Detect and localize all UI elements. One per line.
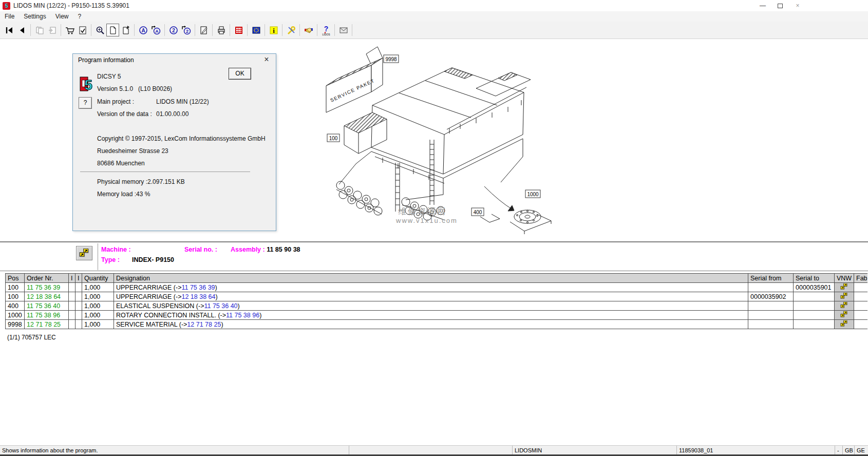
minimize-button[interactable]: — (754, 1, 771, 11)
service-paket-box: SERVICE PAKET (326, 47, 383, 112)
lidos-help-icon[interactable]: ?LIDOS (319, 24, 332, 36)
address-line1: Ruedesheimer Strasse 23 (97, 147, 168, 155)
info-icon[interactable]: i (267, 24, 280, 36)
svg-text:i: i (273, 27, 275, 34)
toolbar-separator (352, 24, 352, 36)
page-current-icon[interactable] (106, 24, 119, 36)
eu-flag-icon[interactable] (250, 24, 262, 36)
circle-2-back-icon[interactable]: 2 (180, 24, 193, 36)
col-order-nr[interactable]: Order Nr. (25, 274, 69, 283)
menu-file[interactable]: File (0, 12, 19, 21)
circle-2-icon[interactable]: 2 (167, 24, 180, 36)
dialog-title-bar[interactable]: Program information × (73, 54, 276, 67)
paste-disabled-icon[interactable] (46, 24, 59, 36)
assembly-label: Assembly : (231, 246, 265, 253)
col-pos[interactable]: Pos (6, 274, 25, 283)
rotary-connection (480, 210, 551, 234)
callout-100: 100 (329, 136, 338, 141)
pos-cell: 1000 (6, 311, 25, 320)
vnw-cell[interactable] (835, 283, 854, 292)
zoom-icon[interactable] (93, 24, 106, 36)
col-serial-to[interactable]: Serial to (794, 274, 835, 283)
toolbar-separator (282, 24, 282, 36)
fabn-cell (854, 301, 868, 311)
designation-close: ) (215, 284, 217, 291)
callout-400: 400 (474, 210, 482, 215)
order-cell[interactable]: 12 71 78 25 (25, 320, 69, 329)
table-row[interactable]: 400 11 75 36 40 1,000 ELASTICAL SUSPENSI… (6, 301, 868, 311)
circle-a-back-icon[interactable]: A (149, 24, 162, 36)
svg-text:A: A (141, 28, 145, 33)
order-cell[interactable]: 11 75 38 96 (25, 311, 69, 320)
red-grid-icon[interactable] (232, 24, 245, 36)
handshake-icon[interactable] (302, 24, 315, 36)
toolbar-separator (212, 24, 213, 36)
machine-bar-divider (98, 243, 98, 270)
status-panel-empty (349, 446, 513, 454)
designation-link[interactable]: 11 75 36 39 (181, 284, 215, 291)
vnw-usage-icon (79, 249, 89, 258)
serial-no-label: Serial no. : (184, 246, 217, 253)
table-row[interactable]: 9998 12 71 78 25 1,000 SERVICE MATERIAL … (6, 320, 868, 329)
designation-text: UPPERCARRIAGE (-> (116, 284, 181, 291)
vnw-cell[interactable] (835, 320, 854, 329)
toolbar-separator (265, 24, 265, 36)
circle-a-icon[interactable]: A (137, 24, 149, 36)
designation-link[interactable]: 12 18 38 64 (181, 293, 215, 300)
serial-from-cell (748, 311, 794, 320)
maximize-button[interactable] (771, 1, 789, 11)
page-next-icon[interactable] (119, 24, 132, 36)
col-vnw[interactable]: VNW (835, 274, 854, 283)
vnw-usage-icon (840, 283, 848, 290)
cart-check-icon[interactable] (76, 24, 89, 36)
col-serial-from[interactable]: Serial from (748, 274, 794, 283)
col-i1[interactable]: I (69, 274, 76, 283)
edit-note-icon[interactable] (197, 24, 210, 36)
i2-cell (76, 320, 82, 329)
order-cell[interactable]: 12 18 38 64 (25, 292, 69, 301)
print-icon[interactable] (215, 24, 228, 36)
i1-cell (69, 320, 76, 329)
i2-cell (76, 292, 82, 301)
order-cell[interactable]: 11 75 36 39 (25, 283, 69, 292)
designation-link[interactable]: 11 75 38 96 (226, 312, 259, 319)
fabn-cell (854, 320, 868, 329)
machine-info-bar: Machine : Serial no. : Assembly : 11 85 … (0, 241, 868, 271)
menu-view[interactable]: View (51, 12, 73, 21)
table-row[interactable]: 100 11 75 36 39 1,000 UPPERCARRIAGE (->1… (6, 283, 868, 292)
designation-cell: UPPERCARRIAGE (->12 18 38 64) (114, 292, 748, 301)
mail-icon[interactable] (337, 24, 350, 36)
col-quantity[interactable]: Quantity (82, 274, 114, 283)
copy-disabled-icon[interactable] (33, 24, 46, 36)
vnw-cell[interactable] (835, 311, 854, 320)
table-row[interactable]: 1000 11 75 38 96 1,000 ROTARY CONNECTION… (6, 311, 868, 320)
dialog-help-button[interactable]: ? (79, 97, 92, 109)
vnw-usage-icon (840, 302, 848, 309)
designation-link[interactable]: 11 75 36 40 (204, 302, 237, 310)
pos-cell: 9998 (6, 320, 25, 329)
vnw-cell[interactable] (835, 301, 854, 311)
maximize-icon (778, 4, 783, 8)
table-row[interactable]: 100 12 18 38 64 1,000 UPPERCARRIAGE (->1… (6, 292, 868, 301)
menu-settings[interactable]: Settings (19, 12, 50, 21)
tools-icon[interactable] (285, 24, 297, 36)
dialog-close-button[interactable]: × (261, 55, 272, 64)
first-record-icon[interactable] (3, 24, 15, 36)
previous-record-icon[interactable] (15, 24, 28, 36)
ok-button[interactable]: OK (229, 68, 251, 80)
close-button[interactable]: × (789, 1, 806, 11)
program-information-dialog: Program information × OK 5 ? DICSY 5 Ver… (72, 53, 276, 231)
col-fabn[interactable]: FabN (854, 274, 868, 283)
i1-cell (69, 301, 76, 311)
order-cell[interactable]: 11 75 36 40 (25, 301, 69, 311)
svg-text:A: A (155, 29, 159, 34)
col-designation[interactable]: Designation (114, 274, 748, 283)
menu-help[interactable]: ? (73, 12, 86, 21)
window-title: LIDOS MIN (12/22) - P9150-1135 S.39901 (13, 2, 129, 9)
col-i2[interactable]: I (76, 274, 82, 283)
vnw-cell[interactable] (835, 292, 854, 301)
designation-link[interactable]: 12 71 78 25 (187, 321, 221, 328)
cart-icon[interactable] (63, 24, 76, 36)
usage-button[interactable] (76, 246, 92, 260)
vnw-usage-icon (840, 293, 848, 299)
